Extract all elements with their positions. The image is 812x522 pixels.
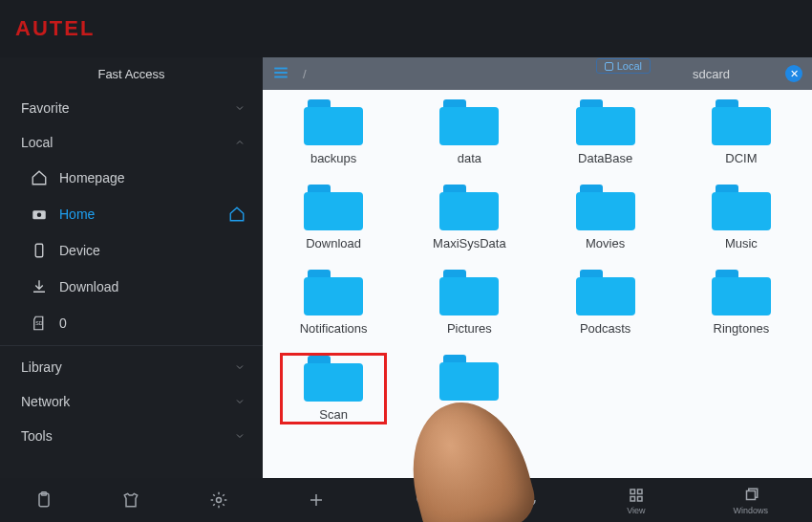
svg-rect-16: [630, 496, 635, 501]
folder-tmp[interactable]: tmp: [416, 353, 523, 424]
titlebar: AUTEL: [0, 0, 812, 57]
sdcard-icon: SD: [31, 315, 48, 332]
windows-icon: [741, 486, 760, 505]
folder-icon: [439, 185, 499, 230]
sidebar-group-library[interactable]: Library: [0, 350, 263, 384]
shirt-icon[interactable]: [120, 489, 141, 511]
bottombar: View Windows: [0, 478, 812, 522]
folder-maxisysdata[interactable]: MaxiSysData: [416, 183, 523, 252]
folder-icon: [576, 99, 635, 145]
folder-download[interactable]: Download: [280, 183, 387, 252]
location-label: Local: [617, 60, 642, 72]
bottombar-label: Windows: [734, 506, 769, 515]
add-button[interactable]: [307, 490, 326, 511]
folder-label: MaxiSysData: [433, 236, 506, 250]
sidebar-item-homepage[interactable]: Homepage: [0, 160, 263, 196]
sidebar-item-device[interactable]: Device: [0, 232, 263, 269]
plus-icon: [307, 490, 326, 510]
refresh-icon: [520, 490, 539, 510]
location-badge[interactable]: Local: [596, 58, 651, 74]
content-pane: / Local sdcard ✕ backups data: [263, 57, 812, 478]
folder-podcasts[interactable]: Podcasts: [552, 268, 659, 337]
main-area: Fast Access Favorite Local Homepage Home: [0, 57, 812, 478]
svg-rect-14: [630, 489, 635, 494]
sidebar-group-network[interactable]: Network: [0, 384, 263, 419]
sidebar-label: Network: [21, 394, 70, 409]
folder-backups[interactable]: backups: [280, 98, 387, 167]
refresh-button[interactable]: [520, 490, 539, 511]
folder-icon: [712, 270, 771, 315]
folder-ringtones[interactable]: Ringtones: [688, 268, 795, 337]
bottombar-left: [0, 489, 263, 511]
folder-database[interactable]: DataBase: [552, 98, 659, 167]
folder-music[interactable]: Music: [688, 183, 795, 252]
folder-icon: [439, 270, 499, 315]
sidebar-item-label: Device: [59, 243, 100, 258]
sidebar: Fast Access Favorite Local Homepage Home: [0, 57, 263, 478]
folder-label: Podcasts: [580, 321, 630, 336]
camera-icon: [31, 206, 48, 223]
chevron-down-icon: [234, 396, 246, 407]
sidebar-item-download[interactable]: Download: [0, 269, 263, 305]
sidebar-group-favorite[interactable]: Favorite: [0, 91, 263, 125]
folder-notifications[interactable]: Notifications: [280, 268, 387, 337]
bottombar-label: View: [627, 506, 645, 515]
folder-data[interactable]: data: [416, 98, 523, 167]
svg-text:SD: SD: [35, 320, 43, 326]
folder-icon: [712, 185, 771, 230]
folder-icon: [304, 270, 363, 315]
chevron-down-icon: [234, 361, 246, 373]
brand-logo: AUTEL: [15, 16, 95, 41]
svg-rect-18: [746, 490, 755, 499]
search-button[interactable]: [414, 490, 433, 511]
sidebar-item-label: Download: [59, 279, 118, 294]
svg-rect-15: [637, 489, 642, 494]
windows-button[interactable]: Windows: [734, 486, 769, 515]
folder-pictures[interactable]: Pictures: [416, 268, 523, 337]
path-current: sdcard: [693, 67, 730, 81]
folder-label: Ringtones: [714, 321, 770, 336]
folder-icon: [439, 99, 499, 145]
phone-icon: [31, 242, 48, 259]
folder-icon: [576, 185, 635, 230]
clipboard-icon[interactable]: [33, 489, 54, 511]
chevron-up-icon: [234, 137, 246, 148]
sidebar-item-home[interactable]: Home: [0, 196, 263, 232]
sidebar-item-sd[interactable]: SD 0: [0, 305, 263, 341]
folder-label: Download: [306, 236, 361, 250]
folder-label: data: [458, 151, 481, 165]
folder-dcim[interactable]: DCIM: [688, 98, 795, 167]
sidebar-title: Fast Access: [0, 61, 263, 91]
gear-icon[interactable]: [208, 489, 229, 511]
folder-icon: [439, 355, 499, 401]
svg-point-12: [417, 494, 426, 503]
folder-grid-wrap: backups data DataBase DCIM Download: [263, 90, 812, 478]
folder-label: Notifications: [300, 321, 368, 336]
folder-icon: [304, 356, 363, 402]
close-icon[interactable]: ✕: [785, 65, 802, 82]
sidebar-item-label: Home: [59, 207, 95, 222]
folder-label: Scan: [319, 407, 348, 422]
sidebar-label: Tools: [21, 428, 53, 444]
sdcard-small-icon: [605, 62, 613, 71]
menu-icon[interactable]: [272, 64, 289, 84]
folder-icon: [304, 99, 363, 145]
folder-movies[interactable]: Movies: [552, 183, 659, 252]
folder-label: Pictures: [447, 321, 492, 336]
folder-scan[interactable]: Scan: [280, 353, 387, 424]
download-icon: [31, 278, 48, 295]
view-button[interactable]: View: [627, 486, 646, 515]
sidebar-item-label: Homepage: [59, 170, 125, 185]
svg-rect-2: [35, 244, 43, 257]
folder-icon: [712, 99, 771, 145]
sidebar-label: Library: [21, 359, 62, 375]
svg-point-1: [37, 213, 42, 218]
sidebar-group-local[interactable]: Local: [0, 125, 263, 160]
sidebar-group-tools[interactable]: Tools: [0, 419, 263, 453]
folder-grid: backups data DataBase DCIM Download: [280, 98, 795, 424]
home-active-icon: [228, 206, 246, 223]
folder-label: Movies: [586, 236, 625, 250]
folder-label: DataBase: [578, 151, 632, 165]
chevron-down-icon: [234, 430, 246, 442]
folder-label: DCIM: [725, 151, 757, 165]
